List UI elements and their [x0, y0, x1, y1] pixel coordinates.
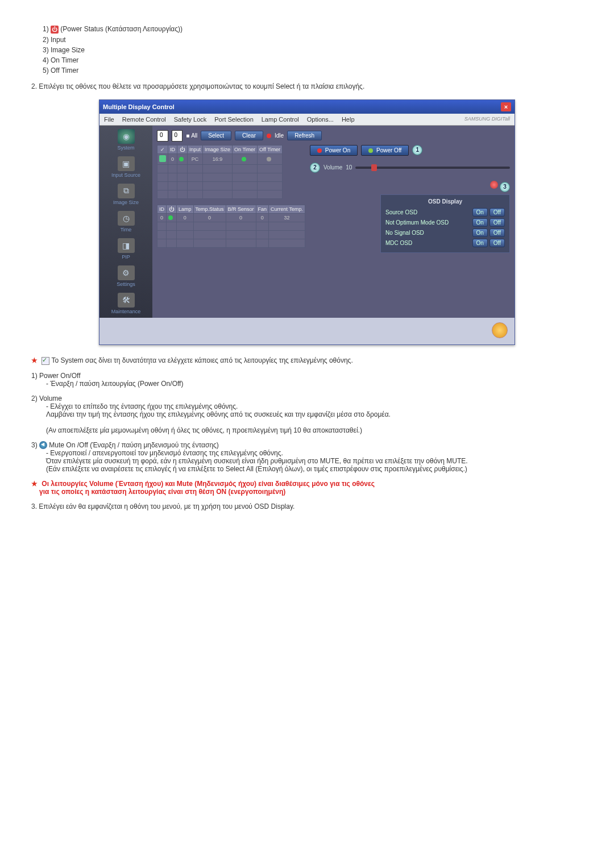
titlebar: Multiple Display Control ×: [99, 100, 515, 114]
text: Idle: [275, 132, 284, 139]
power-on-icon: [179, 157, 184, 161]
cell: 0: [168, 153, 177, 164]
menu-remote[interactable]: Remote Control: [122, 116, 166, 123]
top-item-2: 2) Input: [43, 36, 583, 44]
text: Power On: [325, 147, 350, 153]
source-osd-off-button[interactable]: Off: [489, 208, 505, 217]
clear-button[interactable]: Clear: [235, 131, 263, 140]
sidebar-item-label: System: [117, 145, 134, 151]
volume-slider[interactable]: [355, 167, 510, 169]
mdc-osd-off-button[interactable]: Off: [489, 239, 505, 247]
table-row[interactable]: [157, 230, 305, 239]
section-title: 2) Volume: [31, 394, 583, 402]
dropdown-2[interactable]: 0: [172, 130, 183, 142]
close-icon[interactable]: ×: [501, 102, 511, 111]
star-icon: ★: [31, 356, 38, 364]
row-check-icon[interactable]: [159, 155, 166, 162]
gear-icon: ⚙: [118, 265, 135, 280]
nosignal-osd-off-button[interactable]: Off: [489, 229, 505, 237]
power-off-button[interactable]: Power Off: [361, 145, 409, 156]
dot-icon: [242, 157, 246, 161]
table-row[interactable]: [157, 173, 283, 181]
osd-display-panel: OSD Display Source OSD On Off Not Optimu…: [380, 194, 510, 253]
menu-help[interactable]: Help: [342, 116, 355, 123]
table-row[interactable]: [157, 190, 283, 198]
text: για τις οποίες η κατάσταση λειτουργίας ε…: [39, 488, 285, 496]
left-column: ✓ ID ⏻ Input Image Size On Timer Off Tim…: [157, 145, 305, 253]
instruction-2: 2. Επιλέγει τις οθόνες που θέλετε να προ…: [31, 82, 583, 90]
mdc-osd-on-button[interactable]: On: [472, 239, 488, 247]
refresh-button[interactable]: Refresh: [287, 131, 322, 140]
menu-lamp[interactable]: Lamp Control: [262, 116, 299, 123]
col-fan: Fan: [256, 205, 269, 213]
text: All: [191, 132, 197, 139]
all-checkbox[interactable]: ■ All: [186, 132, 197, 139]
sidebar-item-input[interactable]: ▣ Input Source: [106, 156, 147, 178]
notopt-osd-on-button[interactable]: On: [472, 218, 488, 227]
top-item-1: 1) ⏻ (Power Status (Κατάσταση Λειτουργία…: [43, 25, 583, 34]
section-line: - Έναρξη / παύση λειτουργίας (Power On/O…: [46, 380, 583, 388]
pip-icon: ◨: [118, 238, 135, 253]
monitor-table: ✓ ID ⏻ Input Image Size On Timer Off Tim…: [157, 145, 283, 199]
menubar: File Remote Control Safety Lock Port Sel…: [99, 114, 515, 126]
section-power: 1) Power On/Off - Έναρξη / παύση λειτουρ…: [31, 372, 583, 388]
control-row: 0 0 ■ All Select Clear Idle Refresh: [157, 130, 510, 142]
menu-file[interactable]: File: [104, 116, 114, 123]
osd-label: MDC OSD: [385, 240, 412, 246]
table-row[interactable]: [157, 181, 283, 190]
col-ontimer: On Timer: [233, 145, 258, 153]
osd-label: Not Optimum Mode OSD: [385, 219, 449, 226]
system-note: ★ Το System σας δίνει τη δυνατότητα να ε…: [31, 356, 583, 365]
top-item-4: 4) On Timer: [43, 56, 583, 64]
star-icon: ★: [31, 480, 38, 488]
col-id: ID: [168, 145, 177, 153]
sidebar-item-time[interactable]: ◷ Time: [106, 211, 147, 232]
col-input: Input: [188, 145, 203, 153]
sidebar-item-pip[interactable]: ◨ PIP: [106, 238, 147, 260]
section-line: (Εάν επιλέξετε να αναιρέσετε τις επιλογέ…: [46, 465, 583, 473]
menu-port[interactable]: Port Selection: [214, 116, 253, 123]
info-icon[interactable]: [492, 322, 508, 338]
app-body: ◉ System ▣ Input Source ⧉ Image Size ◷ T…: [99, 126, 515, 318]
sidebar-item-settings[interactable]: ⚙ Settings: [106, 265, 147, 287]
table-row[interactable]: 0 0 0 0 0 32: [157, 213, 305, 222]
sidebar-item-system[interactable]: ◉ System: [106, 129, 147, 151]
mute-icon: [39, 441, 47, 449]
sidebar-item-image[interactable]: ⧉ Image Size: [106, 184, 147, 205]
top-item-5: 5) Off Timer: [43, 67, 583, 74]
menu-options[interactable]: Options...: [307, 116, 334, 123]
radio-dot-icon: [267, 134, 271, 138]
power-on-button[interactable]: Power On: [310, 145, 358, 156]
slider-thumb-icon[interactable]: [371, 164, 377, 171]
source-osd-on-button[interactable]: On: [472, 208, 488, 217]
cell: 0: [193, 213, 226, 222]
nosignal-osd-on-button[interactable]: On: [472, 229, 488, 237]
select-button[interactable]: Select: [201, 131, 231, 140]
main-panel: 0 0 ■ All Select Clear Idle Refresh ✓ ID…: [152, 126, 515, 318]
top-feature-list: 1) ⏻ (Power Status (Κατάσταση Λειτουργία…: [43, 25, 583, 74]
sidebar-item-label: PIP: [122, 254, 130, 260]
col-curtemp: Current Temp.: [269, 205, 305, 213]
clock-icon: ◷: [118, 211, 135, 226]
dropdown-1[interactable]: 0: [157, 130, 168, 142]
osd-row-nosignal: No Signal OSD On Off: [385, 229, 505, 237]
cell: 16:9: [203, 153, 233, 164]
table-row[interactable]: [157, 164, 283, 173]
section-mute: 3) Mute On /Off (Έναρξη / παύση μηδενισμ…: [31, 441, 583, 474]
col-lamp: Lamp: [177, 205, 194, 213]
section-line: Όταν επιλέγετε μία συσκευή τη φορά, εάν …: [46, 457, 583, 465]
mute-icon[interactable]: [490, 181, 498, 189]
menu-safety[interactable]: Safety Lock: [174, 116, 206, 123]
text: 3): [31, 441, 39, 449]
text: (Power Status (Κατάσταση Λειτουργίας)): [60, 25, 182, 33]
volume-label: Volume: [323, 164, 342, 171]
idle-radio[interactable]: Idle: [267, 132, 284, 139]
text: Οι λειτουργίες Volume (Ένταση ήχου) και …: [42, 480, 375, 488]
table-row[interactable]: [157, 239, 305, 247]
power-status-icon: ⏻: [51, 26, 59, 34]
osd-title: OSD Display: [385, 198, 505, 205]
table-row[interactable]: 0 PC 16:9: [157, 153, 283, 164]
notopt-osd-off-button[interactable]: Off: [489, 218, 505, 227]
table-row[interactable]: [157, 222, 305, 230]
sidebar-item-maintenance[interactable]: 🛠 Maintenance: [106, 293, 147, 314]
